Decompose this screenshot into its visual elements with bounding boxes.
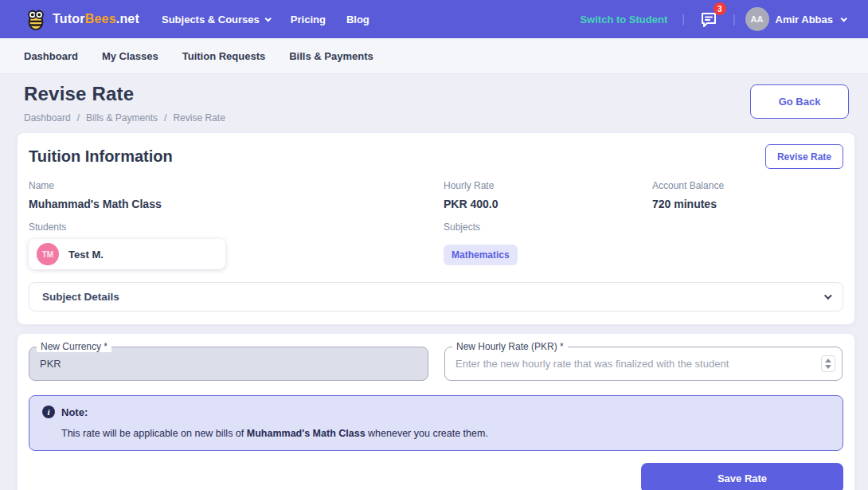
subject-details-accordion[interactable]: Subject Details — [29, 282, 843, 312]
hourly-rate-value: PKR 400.0 — [444, 198, 652, 210]
subnav-bills-payments[interactable]: Bills & Payments — [289, 50, 373, 62]
subnav-dashboard[interactable]: Dashboard — [24, 50, 78, 62]
tuition-information-card: Tuition Information Revise Rate Name Muh… — [18, 133, 854, 324]
hourly-rate-label: Hourly Rate — [444, 180, 652, 191]
top-navbar: TutorBees.net Subjects & Courses Pricing… — [0, 0, 868, 38]
new-currency-label: New Currency * — [37, 341, 111, 352]
user-menu[interactable]: AA Amir Abbas — [745, 7, 846, 31]
name-label: Name — [29, 180, 444, 191]
chevron-down-icon — [264, 15, 271, 22]
bee-logo-icon — [24, 7, 48, 31]
chevron-down-icon — [824, 292, 832, 300]
revise-rate-button[interactable]: Revise Rate — [765, 144, 843, 169]
nav-blog[interactable]: Blog — [346, 14, 369, 25]
subject-chip: Mathematics — [444, 245, 518, 265]
stepper-up-icon[interactable] — [825, 359, 831, 363]
note-title: Note: — [61, 406, 88, 418]
revise-rate-form-card: New Currency * PKR New Hourly Rate (PKR)… — [18, 334, 854, 490]
subjects-label: Subjects — [444, 221, 652, 233]
avatar: AA — [745, 7, 769, 31]
new-hourly-rate-label: New Hourly Rate (PKR) * — [452, 341, 568, 352]
breadcrumb-dashboard[interactable]: Dashboard — [24, 112, 71, 123]
stepper-down-icon[interactable] — [825, 365, 831, 369]
divider: | — [733, 13, 736, 25]
divider: | — [682, 13, 685, 25]
account-balance-value: 720 minutes — [652, 198, 843, 210]
note-text: This rate will be applicable on new bill… — [61, 428, 830, 439]
note-box: i Note: This rate will be applicable on … — [29, 395, 843, 451]
go-back-button[interactable]: Go Back — [750, 84, 849, 119]
chevron-down-icon — [840, 15, 846, 22]
info-icon: i — [42, 406, 55, 418]
student-name: Test M. — [68, 249, 104, 261]
nav-subjects-courses[interactable]: Subjects & Courses — [162, 14, 270, 25]
breadcrumb-bills-payments[interactable]: Bills & Payments — [86, 112, 158, 123]
note-class-name: Muhammad's Math Class — [247, 428, 366, 439]
breadcrumb: Dashboard / Bills & Payments / Revise Ra… — [24, 112, 225, 123]
switch-to-student-link[interactable]: Switch to Student — [580, 14, 667, 25]
main-nav: Subjects & Courses Pricing Blog — [162, 14, 369, 25]
students-label: Students — [29, 221, 444, 233]
student-avatar: TM — [37, 243, 59, 265]
new-hourly-rate-input[interactable] — [445, 347, 821, 380]
user-name: Amir Abbas — [776, 14, 833, 25]
card-title: Tuition Information — [29, 147, 173, 166]
accordion-label: Subject Details — [42, 291, 119, 303]
save-rate-button[interactable]: Save Rate — [641, 463, 843, 490]
number-stepper[interactable] — [821, 355, 835, 372]
name-value: Muhammad's Math Class — [29, 198, 444, 210]
student-chip: TM Test M. — [29, 239, 225, 269]
new-currency-value: PKR — [29, 347, 428, 380]
notification-badge: 3 — [714, 2, 726, 15]
nav-pricing[interactable]: Pricing — [291, 14, 326, 25]
account-balance-label: Account Balance — [652, 180, 843, 191]
chat-icon[interactable]: 3 — [694, 8, 723, 30]
brand-name: TutorBees.net — [53, 12, 139, 26]
subnav-my-classes[interactable]: My Classes — [102, 50, 158, 62]
logo[interactable]: TutorBees.net — [24, 7, 139, 31]
secondary-nav: Dashboard My Classes Tuition Requests Bi… — [0, 38, 868, 74]
page-header: Revise Rate Dashboard / Bills & Payments… — [0, 74, 868, 133]
page-title: Revise Rate — [24, 83, 225, 105]
new-hourly-rate-field: New Hourly Rate (PKR) * — [444, 347, 843, 381]
new-currency-field: New Currency * PKR — [29, 347, 428, 381]
breadcrumb-current: Revise Rate — [173, 112, 225, 123]
subnav-tuition-requests[interactable]: Tuition Requests — [182, 50, 265, 62]
